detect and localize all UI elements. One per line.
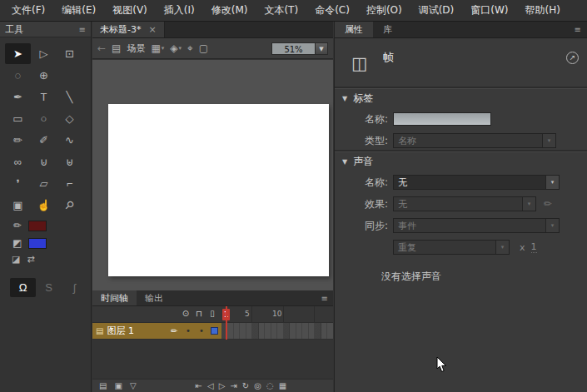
tools-panel-menu-icon[interactable]: ≡ — [79, 25, 86, 34]
sound-name-dropdown[interactable]: 无 ▾ — [393, 175, 560, 190]
line-tool[interactable]: ╲ — [57, 87, 82, 107]
previous-frame-button[interactable]: ◁ — [207, 381, 214, 391]
lock-all-layers-icon[interactable]: ⊓ — [193, 309, 205, 318]
outline-all-layers-icon[interactable]: ▯ — [206, 309, 218, 318]
timeline-empty-area[interactable] — [92, 339, 333, 379]
last-frame-button[interactable]: ⇥ — [230, 381, 236, 391]
straighten-option-button[interactable]: ʃ — [62, 278, 87, 297]
eraser-tool[interactable]: ▱ — [31, 173, 57, 194]
label-type-label: 类型: — [335, 134, 388, 148]
tab-properties[interactable]: 属性 — [335, 22, 373, 37]
menu-commands[interactable]: 命令(C) — [306, 0, 358, 21]
collapse-icon: ▼ — [342, 95, 347, 102]
rectangle-tool[interactable]: ▭ — [5, 108, 31, 129]
section-label-header[interactable]: ▼ 标签 — [335, 88, 587, 108]
menu-control[interactable]: 控制(O) — [358, 0, 410, 21]
edit-multiple-frames-button[interactable]: ▦ — [279, 381, 286, 391]
polystar-tool[interactable]: ◇ — [57, 108, 82, 129]
menu-text[interactable]: 文本(T) — [256, 0, 306, 21]
menu-help[interactable]: 帮助(H) — [517, 0, 569, 21]
delete-layer-button[interactable]: ▽ — [130, 381, 137, 391]
brush-tool[interactable]: ✐ — [31, 130, 57, 151]
show-hide-all-layers-icon[interactable]: ⊙ — [180, 309, 192, 318]
document-tab[interactable]: 未标题-3* × — [92, 22, 165, 37]
layer-outline-color-swatch[interactable] — [211, 327, 218, 335]
tab-library[interactable]: 库 — [373, 22, 402, 37]
width-tool[interactable]: ∿ — [57, 130, 82, 151]
back-icon[interactable]: ← — [97, 42, 106, 54]
timeline-toolbar: ▤ ▣ ▽ ⇤ ◁ ▷ ⇥ ↻ ◎ ◌ ▦ — [92, 379, 333, 392]
zoom-control[interactable]: 51% ▼ — [271, 42, 328, 55]
tab-timeline[interactable]: 时间轴 — [92, 290, 137, 305]
properties-panel-menu-icon[interactable]: ≡ — [575, 22, 587, 37]
smooth-option-button[interactable]: S — [36, 278, 62, 297]
layer-lock-dot[interactable]: • — [196, 326, 207, 335]
stroke-color-swatch[interactable] — [28, 221, 47, 231]
menu-debug[interactable]: 调试(D) — [410, 0, 463, 21]
play-button[interactable]: ▷ — [219, 381, 226, 391]
lasso-tool[interactable]: ◌ — [5, 65, 31, 86]
3d-rotation-tool[interactable]: ⊕ — [31, 65, 57, 86]
sound-name-label: 名称: — [335, 176, 388, 190]
hand-tool[interactable]: ☝ — [31, 195, 57, 216]
mouse-cursor — [436, 357, 447, 373]
pencil-tool[interactable]: ✏ — [5, 130, 31, 151]
menu-file[interactable]: 文件(F) — [3, 0, 53, 21]
layer-row[interactable]: ▤ 图层 1 ✏ • • — [92, 323, 333, 339]
label-type-value: 名称 — [394, 135, 542, 147]
sound-sync-dropdown: 事件 ▾ — [393, 218, 560, 233]
section-label-title: 标签 — [353, 92, 373, 106]
fill-color-swatch[interactable] — [28, 238, 47, 249]
camera-tool[interactable]: ▣ — [5, 195, 31, 216]
selection-tool[interactable]: ➤ — [5, 43, 31, 64]
frame-ruler[interactable]: 1 5 10 — [221, 306, 333, 322]
timeline-panel-menu-icon[interactable]: ≡ — [321, 290, 333, 305]
timeline-header-row: ⊙ ⊓ ▯ 1 5 10 — [92, 306, 333, 323]
label-name-input[interactable] — [393, 112, 491, 126]
snap-to-objects-toggle[interactable]: Ω — [10, 278, 36, 297]
zoom-dropdown-button[interactable]: ▼ — [315, 42, 328, 55]
new-layer-button[interactable]: ▤ — [99, 381, 107, 391]
eyedropper-tool[interactable]: ❜ — [5, 173, 31, 194]
text-tool[interactable]: T — [31, 87, 57, 107]
chevron-down-icon: ▾ — [542, 134, 555, 147]
menu-window[interactable]: 窗口(W) — [462, 0, 516, 21]
clip-content-button[interactable]: ▢ — [199, 42, 208, 54]
onion-skin-button[interactable]: ◎ — [254, 381, 261, 391]
tab-output[interactable]: 输出 — [137, 290, 172, 305]
section-sound-header[interactable]: ▼ 声音 — [335, 151, 587, 171]
close-icon[interactable]: × — [148, 24, 156, 35]
ink-bottle-tool[interactable]: ⊎ — [57, 151, 82, 172]
tools-panel: 工具 ≡ ➤ ▷ ⊡ ◌ ⊕ ✒ T ╲ ▭ ○ ◇ — [0, 22, 92, 392]
menu-modify[interactable]: 修改(M) — [203, 0, 256, 21]
bone-tool[interactable]: ∞ — [5, 151, 31, 172]
layer-strip[interactable]: ▤ 图层 1 ✏ • • — [92, 323, 221, 339]
default-colors-icon[interactable]: ◪ — [12, 254, 20, 265]
edit-symbol-button[interactable]: ◈ ▾ — [170, 42, 182, 54]
center-frame-button[interactable]: ⌖ — [187, 42, 193, 54]
frame-area[interactable] — [221, 323, 333, 339]
loop-button[interactable]: ↻ — [242, 381, 249, 391]
help-icon[interactable]: ↗ — [566, 52, 579, 64]
new-folder-button[interactable]: ▣ — [114, 381, 122, 391]
free-transform-tool[interactable]: ⊡ — [57, 43, 82, 64]
layer-visibility-dot[interactable]: • — [182, 326, 194, 335]
paint-bucket-tool[interactable]: ⊍ — [31, 151, 57, 172]
first-frame-button[interactable]: ⇤ — [196, 381, 202, 391]
frame-icon: ◫ — [351, 53, 368, 73]
layer-name[interactable]: 图层 1 — [107, 325, 134, 337]
pasteboard[interactable] — [92, 60, 333, 290]
menu-view[interactable]: 视图(V) — [104, 0, 156, 21]
oval-tool[interactable]: ○ — [31, 108, 57, 129]
zoom-value[interactable]: 51% — [271, 42, 315, 55]
menu-edit[interactable]: 编辑(E) — [53, 0, 104, 21]
edit-scene-button[interactable]: ▦ ▾ — [151, 42, 164, 54]
swap-colors-icon[interactable]: ⇄ — [27, 254, 34, 265]
sound-name-value: 无 — [394, 176, 545, 189]
menu-insert[interactable]: 插入(I) — [156, 0, 203, 21]
sound-effect-dropdown: 无 ▾ — [393, 196, 536, 211]
subselection-tool[interactable]: ▷ — [31, 43, 57, 64]
stage-canvas[interactable] — [108, 104, 329, 276]
pen-tool[interactable]: ✒ — [5, 87, 31, 107]
onion-skin-outline-button[interactable]: ◌ — [266, 381, 274, 391]
